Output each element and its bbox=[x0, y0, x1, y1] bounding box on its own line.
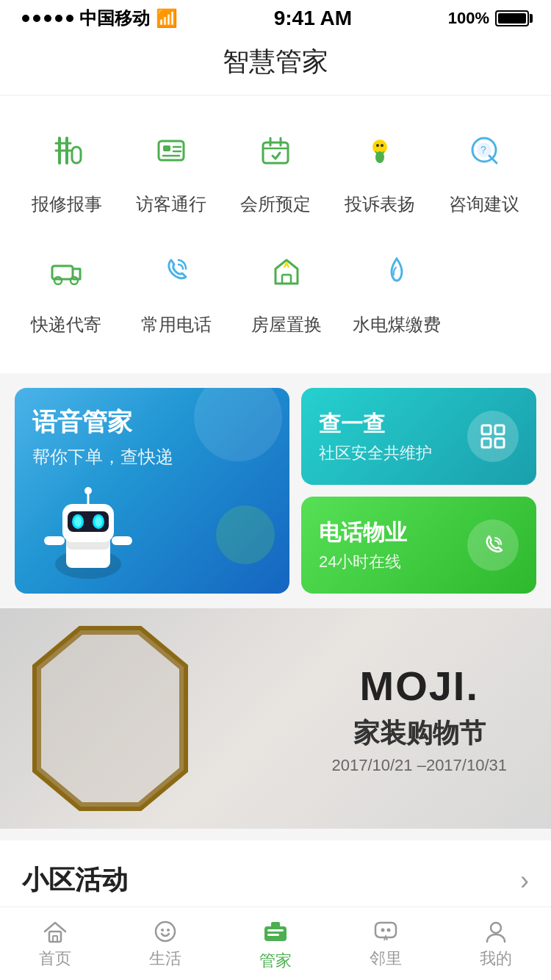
activity-section: 小区活动 › bbox=[0, 840, 551, 913]
repair-label: 报修报事 bbox=[32, 192, 102, 216]
nav-butler-label: 管家 bbox=[259, 950, 292, 972]
feature-voice-butler[interactable]: 语音管家 帮你下单，查快递 bbox=[15, 388, 289, 594]
battery-icon bbox=[495, 10, 529, 26]
icon-item-house[interactable]: 房屋置换 bbox=[242, 238, 331, 336]
butler-nav-icon bbox=[260, 916, 291, 947]
svg-point-18 bbox=[376, 144, 379, 147]
carrier-label: 中国移动 bbox=[79, 7, 150, 30]
neighbor-nav-icon bbox=[372, 918, 399, 945]
robot-illustration bbox=[22, 461, 154, 594]
icon-item-phone[interactable]: 常用电话 bbox=[132, 238, 220, 336]
icon-grid-section: 报修报事 访客通行 bbox=[0, 96, 551, 373]
utility-icon bbox=[364, 238, 430, 304]
phone-property-text: 电话物业 24小时在线 bbox=[319, 518, 407, 573]
svg-point-53 bbox=[167, 929, 170, 932]
svg-rect-6 bbox=[163, 145, 170, 151]
svg-text:?: ? bbox=[480, 144, 486, 156]
feature-query-card[interactable]: 查一查 社区安全共维护 bbox=[301, 388, 536, 485]
nav-life[interactable]: 生活 bbox=[110, 907, 220, 980]
nav-mine[interactable]: 我的 bbox=[441, 907, 551, 980]
phone-property-icon bbox=[467, 519, 519, 571]
page-title: 智慧管家 bbox=[0, 32, 551, 96]
life-nav-icon bbox=[152, 918, 179, 945]
consult-icon: ? bbox=[451, 118, 517, 184]
svg-rect-10 bbox=[263, 143, 288, 163]
svg-point-19 bbox=[381, 144, 383, 147]
svg-rect-45 bbox=[482, 439, 491, 447]
svg-rect-42 bbox=[112, 536, 132, 545]
icon-item-consult[interactable]: ? 咨询建议 bbox=[440, 118, 528, 216]
banner-text: MOJI. 家装购物节 2017/10/21 –2017/10/31 bbox=[331, 662, 507, 775]
svg-rect-57 bbox=[271, 922, 280, 928]
visitor-icon bbox=[138, 118, 204, 184]
feature-section: 语音管家 帮你下单，查快递 bbox=[0, 373, 551, 608]
banner-title: 家装购物节 bbox=[331, 716, 507, 752]
svg-rect-41 bbox=[44, 536, 65, 545]
time-label: 9:41 AM bbox=[274, 7, 352, 30]
feature-right: 查一查 社区安全共维护 电话物业 24小时在线 bbox=[301, 388, 536, 594]
house-label: 房屋置换 bbox=[251, 313, 322, 336]
query-title: 查一查 bbox=[319, 409, 432, 439]
banner-section[interactable]: MOJI. 家装购物节 2017/10/21 –2017/10/31 bbox=[0, 608, 551, 829]
icon-item-utility[interactable]: 水电煤缴费 bbox=[353, 238, 441, 336]
icon-item-club[interactable]: 会所预定 bbox=[231, 118, 320, 216]
banner-date: 2017/10/21 –2017/10/31 bbox=[331, 756, 507, 775]
nav-home-label: 首页 bbox=[39, 948, 71, 970]
banner-brand: MOJI. bbox=[331, 662, 507, 710]
activity-header: 小区活动 › bbox=[22, 862, 529, 898]
svg-point-52 bbox=[161, 929, 164, 932]
svg-rect-56 bbox=[267, 934, 279, 936]
phone-property-title: 电话物业 bbox=[319, 518, 407, 548]
svg-rect-55 bbox=[267, 929, 284, 932]
bottom-nav: 首页 生活 管家 邻里 我的 bbox=[0, 907, 551, 980]
status-bar: 中国移动 📶 9:41 AM 100% bbox=[0, 0, 551, 32]
complaint-label: 投诉表扬 bbox=[345, 192, 415, 216]
home-nav-icon bbox=[42, 918, 68, 945]
complaint-icon bbox=[347, 118, 413, 184]
svg-point-51 bbox=[156, 922, 175, 941]
house-icon bbox=[253, 238, 320, 304]
svg-point-40 bbox=[84, 487, 92, 494]
icon-item-express[interactable]: 快递代寄 bbox=[22, 238, 110, 336]
feature-phone-card[interactable]: 电话物业 24小时在线 bbox=[301, 497, 536, 594]
nav-neighbor-label: 邻里 bbox=[370, 948, 402, 970]
icon-item-visitor[interactable]: 访客通行 bbox=[127, 118, 215, 216]
svg-rect-58 bbox=[375, 923, 396, 937]
nav-neighbor[interactable]: 邻里 bbox=[331, 907, 441, 980]
svg-point-60 bbox=[387, 928, 391, 932]
utility-label: 水电煤缴费 bbox=[353, 313, 441, 336]
activity-more-icon[interactable]: › bbox=[520, 865, 529, 896]
svg-rect-44 bbox=[495, 425, 504, 434]
wifi-icon: 📶 bbox=[156, 8, 178, 29]
svg-point-37 bbox=[74, 516, 82, 527]
nav-life-label: 生活 bbox=[149, 948, 181, 970]
status-right: 100% bbox=[448, 9, 529, 28]
svg-rect-4 bbox=[72, 147, 81, 163]
activity-title: 小区活动 bbox=[22, 862, 128, 898]
battery-label: 100% bbox=[448, 9, 489, 28]
nav-home[interactable]: 首页 bbox=[0, 907, 110, 980]
query-text: 查一查 社区安全共维护 bbox=[319, 409, 432, 464]
icon-row-1: 报修报事 访客通行 bbox=[15, 118, 536, 216]
icon-item-repair[interactable]: 报修报事 bbox=[23, 118, 111, 216]
club-label: 会所预定 bbox=[240, 192, 311, 216]
svg-rect-46 bbox=[495, 439, 504, 447]
query-sub: 社区安全共维护 bbox=[319, 442, 432, 464]
mine-nav-icon bbox=[483, 918, 509, 945]
consult-label: 咨询建议 bbox=[449, 192, 519, 216]
express-label: 快递代寄 bbox=[31, 313, 101, 336]
svg-rect-43 bbox=[482, 425, 491, 434]
banner-shape bbox=[29, 623, 191, 814]
repair-icon bbox=[34, 118, 100, 184]
visitor-label: 访客通行 bbox=[136, 192, 206, 216]
express-icon bbox=[33, 238, 99, 304]
svg-point-59 bbox=[381, 928, 385, 932]
phone-property-sub: 24小时在线 bbox=[319, 551, 407, 573]
nav-butler[interactable]: 管家 bbox=[220, 907, 331, 980]
svg-point-38 bbox=[95, 516, 102, 527]
icon-row-2: 快递代寄 常用电话 房屋置换 bbox=[15, 238, 536, 336]
club-icon bbox=[242, 118, 309, 184]
svg-marker-48 bbox=[37, 630, 184, 807]
query-icon bbox=[467, 411, 519, 462]
icon-item-complaint[interactable]: 投诉表扬 bbox=[336, 118, 424, 216]
